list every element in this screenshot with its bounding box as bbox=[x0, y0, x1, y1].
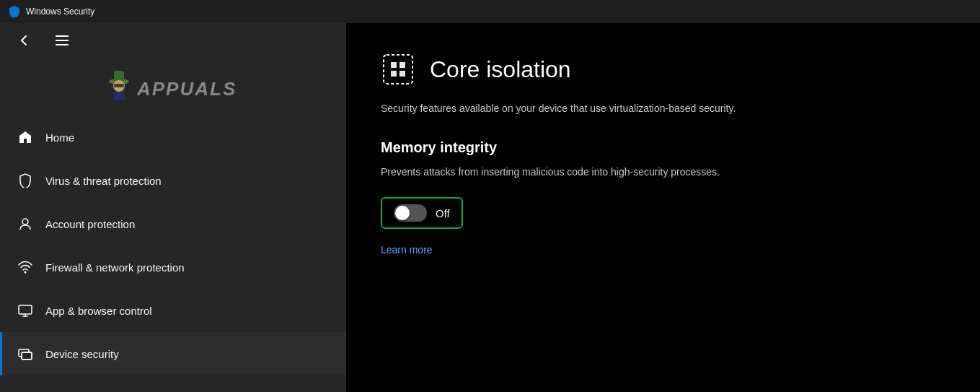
titlebar-icon bbox=[9, 6, 20, 17]
wifi-icon bbox=[17, 258, 34, 276]
svg-point-8 bbox=[22, 219, 28, 225]
sidebar-header bbox=[0, 23, 346, 58]
sidebar-item-virus[interactable]: Virus & threat protection bbox=[0, 159, 346, 202]
toggle-thumb bbox=[395, 206, 410, 220]
sidebar-item-firewall[interactable]: Firewall & network protection bbox=[0, 245, 346, 289]
sidebar-item-devicesecurity[interactable]: Device security bbox=[0, 332, 346, 375]
page-title: Core isolation bbox=[430, 56, 571, 83]
svg-rect-10 bbox=[19, 305, 32, 314]
person-icon bbox=[17, 215, 34, 232]
hamburger-line-2 bbox=[56, 40, 69, 41]
toggle-track bbox=[394, 204, 427, 222]
svg-rect-16 bbox=[399, 62, 405, 68]
monitor-icon bbox=[17, 302, 34, 319]
sidebar-item-appbrowser-label: App & browser control bbox=[45, 305, 152, 317]
sidebar-item-appbrowser[interactable]: App & browser control bbox=[0, 289, 346, 332]
hamburger-line-3 bbox=[56, 44, 69, 45]
devicelist-icon bbox=[17, 345, 34, 362]
sidebar: APPUALS Home bbox=[0, 23, 346, 392]
back-button[interactable] bbox=[12, 27, 37, 53]
titlebar: Windows Security bbox=[0, 0, 980, 23]
svg-rect-15 bbox=[391, 62, 397, 68]
sidebar-item-account-label: Account protection bbox=[45, 218, 135, 230]
sidebar-item-home[interactable]: Home bbox=[0, 116, 346, 159]
page-description: Security features available on your devi… bbox=[381, 101, 886, 116]
hamburger-line-1 bbox=[56, 35, 69, 37]
sidebar-item-virus-label: Virus & threat protection bbox=[45, 175, 162, 187]
svg-point-9 bbox=[25, 271, 27, 274]
logo-placeholder: APPUALS bbox=[94, 65, 252, 108]
core-isolation-icon bbox=[381, 52, 415, 87]
shield-icon bbox=[17, 172, 34, 189]
page-header: Core isolation bbox=[381, 52, 945, 87]
toggle-label: Off bbox=[436, 207, 450, 219]
content-area: Core isolation Security features availab… bbox=[346, 23, 980, 392]
sidebar-item-firewall-label: Firewall & network protection bbox=[45, 261, 185, 274]
appuals-logo: APPUALS bbox=[94, 65, 252, 108]
sidebar-item-home-label: Home bbox=[45, 131, 74, 144]
svg-rect-6 bbox=[113, 92, 125, 100]
svg-rect-14 bbox=[384, 55, 412, 84]
toggle-container: Off bbox=[381, 197, 945, 229]
svg-rect-18 bbox=[399, 71, 405, 77]
memory-integrity-toggle[interactable]: Off bbox=[381, 197, 463, 229]
learn-more-link[interactable]: Learn more bbox=[381, 244, 433, 256]
sidebar-item-account[interactable]: Account protection bbox=[0, 202, 346, 245]
home-icon bbox=[17, 129, 34, 146]
main-container: APPUALS Home bbox=[0, 23, 980, 392]
sidebar-item-devicesecurity-label: Device security bbox=[45, 348, 119, 360]
memory-integrity-title: Memory integrity bbox=[381, 139, 945, 156]
svg-rect-17 bbox=[391, 71, 397, 77]
memory-integrity-description: Prevents attacks from inserting maliciou… bbox=[381, 165, 842, 180]
svg-text:APPUALS: APPUALS bbox=[136, 78, 237, 100]
hamburger-button[interactable] bbox=[49, 27, 75, 53]
svg-rect-12 bbox=[22, 352, 32, 360]
titlebar-title: Windows Security bbox=[26, 6, 94, 17]
logo-area: APPUALS bbox=[0, 58, 346, 116]
nav-list: Home Virus & threat protection bbox=[0, 116, 346, 392]
svg-rect-5 bbox=[114, 84, 124, 87]
